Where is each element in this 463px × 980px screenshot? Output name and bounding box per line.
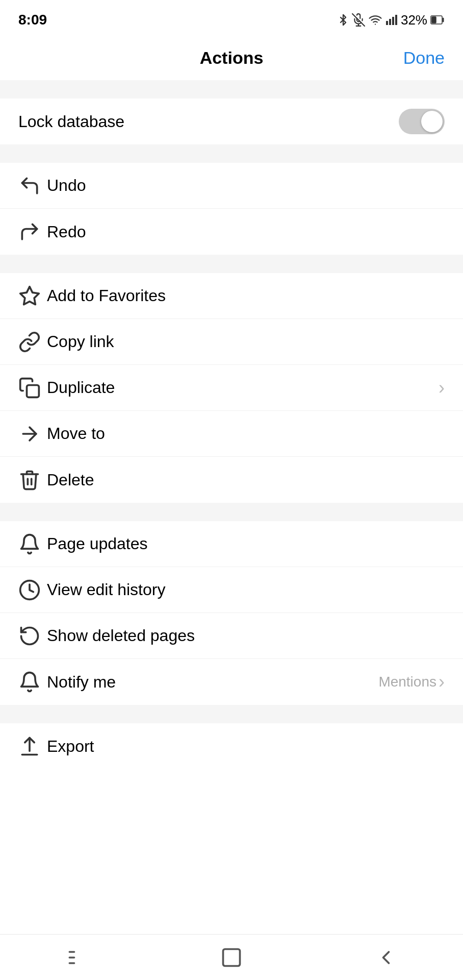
page-updates-label: Page updates	[47, 534, 445, 553]
notifications-section: Page updates View edit history Show dele…	[0, 521, 463, 705]
view-edit-history-item[interactable]: View edit history	[0, 567, 463, 613]
svg-rect-5	[389, 19, 391, 25]
notify-me-right: Mentions ›	[378, 671, 445, 693]
delete-label: Delete	[47, 471, 445, 489]
status-time: 8:09	[18, 12, 47, 28]
nav-home-icon[interactable]	[211, 942, 252, 973]
mute-icon	[352, 13, 365, 27]
move-icon	[18, 423, 47, 445]
view-edit-history-label: View edit history	[47, 580, 445, 599]
svg-rect-20	[223, 949, 240, 966]
lock-database-toggle[interactable]	[399, 109, 445, 134]
redo-icon	[18, 220, 47, 243]
svg-rect-6	[392, 17, 394, 25]
header: Actions Done	[0, 36, 463, 80]
redo-label: Redo	[47, 223, 445, 241]
svg-rect-12	[27, 385, 39, 397]
lock-section: Lock database	[0, 99, 463, 144]
duplicate-chevron: ›	[439, 377, 445, 399]
star-icon	[18, 285, 47, 307]
mentions-label: Mentions	[378, 674, 436, 690]
battery-label: 32%	[401, 12, 427, 28]
undo-icon	[18, 175, 47, 197]
wifi-icon	[368, 13, 382, 27]
export-icon	[18, 735, 47, 757]
section-divider-3	[0, 255, 463, 273]
nav-back-icon[interactable]	[366, 942, 406, 973]
add-to-favorites-item[interactable]: Add to Favorites	[0, 273, 463, 319]
page-updates-item[interactable]: Page updates	[0, 521, 463, 567]
svg-rect-10	[432, 17, 436, 23]
undo-label: Undo	[47, 176, 445, 195]
section-divider-1	[0, 80, 463, 99]
delete-item[interactable]: Delete	[0, 457, 463, 503]
redo-item[interactable]: Redo	[0, 209, 463, 255]
trash-icon	[18, 469, 47, 491]
add-to-favorites-label: Add to Favorites	[47, 286, 445, 305]
battery-icon	[430, 14, 445, 26]
done-button[interactable]: Done	[403, 48, 445, 68]
move-to-item[interactable]: Move to	[0, 411, 463, 457]
nav-bar	[0, 934, 463, 980]
toggle-knob	[421, 111, 443, 132]
notify-me-label: Notify me	[47, 673, 378, 692]
bell-icon	[18, 533, 47, 555]
export-section: Export	[0, 723, 463, 769]
copy-link-item[interactable]: Copy link	[0, 319, 463, 365]
page-actions-section: Add to Favorites Copy link Duplicate › M…	[0, 273, 463, 503]
show-deleted-pages-label: Show deleted pages	[47, 626, 445, 645]
status-bar: 8:09 32%	[0, 0, 463, 36]
section-divider-2	[0, 144, 463, 163]
status-icons: 32%	[338, 12, 445, 28]
section-divider-5	[0, 705, 463, 723]
link-icon	[18, 331, 47, 353]
copy-link-label: Copy link	[47, 332, 445, 351]
show-deleted-pages-item[interactable]: Show deleted pages	[0, 613, 463, 659]
svg-rect-7	[395, 15, 397, 25]
clock-icon	[18, 579, 47, 601]
bluetooth-icon	[338, 13, 349, 27]
page-title: Actions	[200, 48, 264, 68]
lock-database-row[interactable]: Lock database	[0, 99, 463, 144]
export-label: Export	[47, 737, 445, 756]
nav-bar-spacer	[0, 769, 463, 815]
undo-redo-section: Undo Redo	[0, 163, 463, 255]
undo-item[interactable]: Undo	[0, 163, 463, 209]
nav-menu-icon[interactable]	[57, 942, 97, 973]
signal-icon	[385, 13, 398, 27]
svg-rect-4	[386, 21, 388, 25]
restore-icon	[18, 625, 47, 647]
duplicate-icon	[18, 377, 47, 399]
notify-me-item[interactable]: Notify me Mentions ›	[0, 659, 463, 705]
move-to-label: Move to	[47, 424, 445, 443]
notify-bell-icon	[18, 671, 47, 693]
section-divider-4	[0, 503, 463, 521]
svg-marker-11	[20, 286, 39, 304]
lock-database-label: Lock database	[18, 112, 399, 131]
export-item[interactable]: Export	[0, 723, 463, 769]
duplicate-label: Duplicate	[47, 378, 439, 397]
duplicate-item[interactable]: Duplicate ›	[0, 365, 463, 411]
